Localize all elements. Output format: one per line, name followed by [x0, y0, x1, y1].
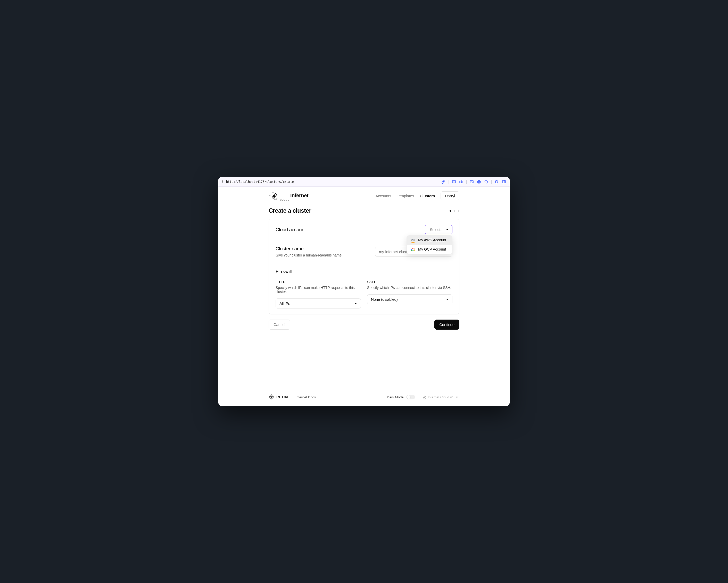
svg-point-5: [485, 180, 488, 183]
firewall-http-desc: Specify which IPs can make HTTP requests…: [276, 285, 361, 294]
svg-rect-6: [502, 180, 505, 183]
dark-mode-label: Dark Mode: [387, 395, 404, 399]
app-header: Infernet CLOUD Accounts Templates Cluste…: [258, 187, 470, 205]
brand-name: Infernet: [280, 190, 319, 198]
cloud-account-select[interactable]: Select...: [425, 225, 452, 234]
step-indicator: [449, 210, 459, 212]
firewall-title: Firewall: [276, 269, 452, 275]
svg-point-10: [272, 198, 273, 199]
logo[interactable]: Infernet CLOUD: [269, 190, 319, 201]
svg-rect-3: [470, 180, 473, 183]
cloud-account-section: Cloud account Select... aws My AWS Accou…: [269, 219, 459, 240]
chevron-down-icon: [446, 299, 448, 300]
toggle-knob: [407, 395, 410, 399]
cloud-option-aws[interactable]: aws My AWS Account: [407, 235, 452, 245]
nav-accounts[interactable]: Accounts: [375, 194, 391, 198]
svg-rect-1: [460, 181, 463, 183]
firewall-ssh-value: None (disabled): [371, 297, 398, 302]
puzzle-icon[interactable]: [495, 180, 499, 184]
link-icon[interactable]: [441, 180, 445, 184]
user-menu-button[interactable]: Darryl: [441, 191, 459, 200]
firewall-http: HTTP Specify which IPs can make HTTP req…: [276, 280, 361, 308]
firewall-http-select[interactable]: All IPs: [276, 299, 361, 308]
panel-icon[interactable]: [502, 180, 506, 184]
app-window: i http://localhost:4173/clusters/create: [218, 177, 510, 406]
crosshair-icon[interactable]: [484, 180, 488, 184]
info-icon: i: [222, 180, 223, 184]
step-dot-2: [454, 210, 455, 212]
firewall-section: Firewall HTTP Specify which IPs can make…: [269, 263, 459, 314]
aws-icon: aws: [410, 238, 416, 242]
gcp-icon: [410, 247, 416, 251]
divider: [466, 180, 467, 184]
version-icon: [421, 395, 426, 399]
brand-sub: CLOUD: [280, 199, 319, 201]
url-bar: i http://localhost:4173/clusters/create: [218, 177, 510, 187]
divider: [491, 180, 492, 184]
svg-point-12: [276, 195, 276, 196]
form-card: Cloud account Select... aws My AWS Accou…: [269, 219, 459, 314]
cluster-name-label: Cluster name: [276, 246, 343, 252]
cloud-option-aws-label: My AWS Account: [418, 238, 446, 242]
nav-clusters[interactable]: Clusters: [420, 194, 435, 198]
cloud-option-gcp-label: My GCP Account: [418, 247, 446, 251]
firewall-http-label: HTTP: [276, 280, 361, 284]
infernet-logo-icon: [269, 191, 277, 200]
firewall-ssh-select[interactable]: None (disabled): [367, 294, 452, 304]
firewall-ssh-desc: Specify which IPs can connect to this cl…: [367, 285, 452, 290]
page-title: Create a cluster: [269, 207, 311, 214]
svg-point-9: [272, 192, 273, 193]
version-text: Infernet Cloud v1.0.0: [428, 395, 460, 399]
firewall-http-value: All IPs: [280, 301, 290, 306]
cloud-account-select-placeholder: Select...: [430, 227, 443, 232]
cancel-button[interactable]: Cancel: [269, 320, 290, 330]
main-content: Create a cluster Cloud account Select...: [258, 205, 470, 390]
camera-icon[interactable]: [459, 180, 463, 184]
firewall-ssh-label: SSH: [367, 280, 452, 284]
continue-button[interactable]: Continue: [434, 320, 459, 330]
chevron-down-icon: [355, 303, 357, 304]
globe-icon[interactable]: [477, 180, 481, 184]
ritual-logo-icon: [269, 394, 274, 400]
firewall-ssh: SSH Specify which IPs can connect to thi…: [367, 280, 452, 308]
footer: RITUAL Infernet Docs Dark Mode Infernet …: [258, 390, 470, 406]
dark-mode-toggle-wrap: Dark Mode: [387, 395, 415, 399]
version: Infernet Cloud v1.0.0: [421, 395, 460, 399]
dark-mode-toggle[interactable]: [406, 395, 415, 399]
cloud-account-dropdown: aws My AWS Account My GCP Account: [407, 235, 452, 254]
chevron-down-icon: [446, 229, 448, 230]
url-bar-actions: [441, 180, 506, 184]
cloud-option-gcp[interactable]: My GCP Account: [407, 245, 452, 254]
terminal-icon[interactable]: [470, 180, 474, 184]
cloud-account-label: Cloud account: [276, 227, 306, 232]
divider: [448, 180, 449, 184]
cluster-name-desc: Give your cluster a human-readable name.: [276, 253, 343, 257]
download-icon[interactable]: [452, 180, 456, 184]
url-text: http://localhost:4173/clusters/create: [226, 180, 438, 184]
step-dot-1: [449, 210, 451, 212]
nav: Accounts Templates Clusters Darryl: [375, 191, 459, 200]
footer-docs-link[interactable]: Infernet Docs: [295, 395, 316, 399]
action-row: Cancel Continue: [269, 320, 459, 330]
ritual-logo[interactable]: RITUAL: [269, 394, 289, 400]
ritual-text: RITUAL: [276, 395, 289, 399]
svg-point-11: [269, 195, 270, 196]
svg-point-2: [461, 181, 462, 182]
step-dot-3: [458, 210, 459, 212]
nav-templates[interactable]: Templates: [397, 194, 414, 198]
